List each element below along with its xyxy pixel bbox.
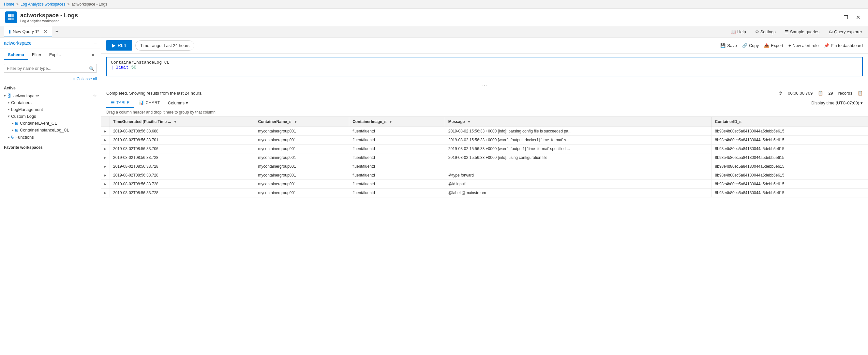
expand-col-header [101, 117, 110, 127]
filter-input[interactable] [4, 64, 97, 73]
row-expand-button[interactable]: ▸ [101, 180, 110, 188]
query-explorer-label: Query explorer [834, 29, 862, 34]
col-container-id[interactable]: ContainerID_s [712, 117, 868, 127]
table-row[interactable]: ▸ 2019-08-02T08:56:33.728 mycontainergro… [101, 180, 868, 188]
row-expand-button[interactable]: ▸ [101, 127, 110, 136]
tab-chart[interactable]: 📊 CHART [134, 98, 165, 108]
status-text: Completed. Showing results from the last… [106, 91, 203, 96]
close-window-button[interactable]: ✕ [853, 13, 863, 22]
chevron-right-icon: ▸ [8, 135, 10, 139]
col-time-generated[interactable]: TimeGenerated [Pacific Time ... ▼ [110, 117, 255, 127]
workspace-label: aciworkspace [13, 93, 39, 98]
time-range-button[interactable]: Time range: Last 24 hours [135, 40, 194, 51]
tree-item-containers[interactable]: ▸ Containers [0, 99, 101, 106]
query-editor[interactable]: ContainerInstanceLog_CL | limit 50 [106, 57, 863, 76]
filter-icon[interactable]: ▼ [467, 120, 471, 124]
columns-button[interactable]: Columns ▾ [165, 98, 191, 107]
ellipsis-row: … [101, 80, 868, 88]
row-expand-button[interactable]: ▸ [101, 188, 110, 198]
cell-container-id: 8b98e4b80ec5a84130044a5debb5e615 [712, 188, 868, 198]
table-row[interactable]: ▸ 2019-08-02T08:56:33.728 mycontainergro… [101, 171, 868, 180]
col-container-name[interactable]: ContainerName_s ▼ [255, 117, 349, 127]
cell-time-generated: 2019-08-02T08:56:33.688 [110, 127, 255, 136]
results-table: TimeGenerated [Pacific Time ... ▼ Contai… [101, 117, 868, 198]
tree-item-functions[interactable]: ▸ fx Functions [0, 134, 101, 141]
restore-window-button[interactable]: ❐ [841, 13, 851, 22]
table-icon: ☰ [111, 100, 115, 105]
copy-records-icon[interactable]: 📋 [858, 91, 863, 96]
table-row[interactable]: ▸ 2019-08-02T08:56:33.728 mycontainergro… [101, 153, 868, 162]
star-icon[interactable]: ☆ [93, 93, 97, 98]
pin-label: Pin to dashboard [831, 43, 863, 48]
pin-to-dashboard-button[interactable]: 📌 Pin to dashboard [824, 43, 863, 48]
table-row[interactable]: ▸ 2019-08-02T08:56:33.701 mycontainergro… [101, 136, 868, 145]
run-button[interactable]: ▶ Run [106, 40, 132, 51]
row-expand-button[interactable]: ▸ [101, 162, 110, 171]
new-alert-rule-button[interactable]: + New alert rule [788, 43, 819, 48]
tab-new-query-1[interactable]: ▮ New Query 1* ✕ [4, 26, 52, 37]
chart-icon: 📊 [138, 100, 144, 105]
custom-logs-label: Custom Logs [11, 114, 36, 119]
settings-icon: ⚙ [755, 29, 759, 34]
cell-container-name: mycontainergroup001 [255, 127, 349, 136]
add-tab-button[interactable]: + [52, 26, 62, 37]
cell-container-name: mycontainergroup001 [255, 162, 349, 171]
row-expand-button[interactable]: ▸ [101, 171, 110, 180]
tab-close-icon[interactable]: ✕ [44, 29, 47, 34]
copy-button[interactable]: 🔗 Copy [742, 43, 759, 48]
cell-container-id: 8b98e4b80ec5a84130044a5debb5e615 [712, 136, 868, 145]
records-label: records [838, 91, 852, 96]
breadcrumb-workspaces[interactable]: Log Analytics workspaces [21, 2, 65, 6]
sample-queries-button[interactable]: ☰ Sample queries [783, 28, 822, 35]
query-limit-value: 50 [131, 65, 136, 70]
results-table-wrap[interactable]: TimeGenerated [Pacific Time ... ▼ Contai… [101, 117, 868, 350]
col-message[interactable]: Message ▼ [445, 117, 712, 127]
filter-icon[interactable]: ▼ [294, 120, 298, 124]
tab-explore[interactable]: Expl... [45, 50, 65, 60]
tree-item-container-instance-log[interactable]: ▸ ⊞ ContainerInstanceLog_CL [0, 127, 101, 134]
cell-message: @label @mainstream [445, 188, 712, 198]
filter-icon[interactable]: ▼ [174, 120, 177, 124]
breadcrumb-home[interactable]: Home [4, 2, 14, 6]
query-explorer-icon: 🗂 [829, 29, 833, 34]
copy-label: Copy [749, 43, 759, 48]
tree-item-aciworkspace[interactable]: ▾ 🗄 aciworkspace ☆ [0, 92, 101, 99]
row-expand-button[interactable]: ▸ [101, 136, 110, 145]
tab-filter[interactable]: Filter [28, 50, 45, 60]
drag-hint: Drag a column header and drop it here to… [101, 108, 868, 117]
cell-message: 2019-08-02 15:56:33 +0000 [info]: using … [445, 153, 712, 162]
query-explorer-button[interactable]: 🗂 Query explorer [827, 28, 864, 35]
breadcrumb: Home > Log Analytics workspaces > aciwor… [0, 0, 868, 9]
new-alert-icon: + [788, 43, 791, 48]
query-table-name: ContainerInstanceLog_CL [111, 60, 169, 65]
cell-container-id: 8b98e4b80ec5a84130044a5debb5e615 [712, 162, 868, 171]
display-time[interactable]: Display time (UTC-07:00) ▾ [811, 100, 863, 106]
tree-item-custom-logs[interactable]: ▾ Custom Logs [0, 113, 101, 120]
collapse-all-button[interactable]: ≡ Collapse all [0, 76, 101, 83]
settings-button[interactable]: ⚙ Settings [753, 28, 778, 35]
row-expand-button[interactable]: ▸ [101, 145, 110, 153]
save-button[interactable]: 💾 Save [720, 43, 737, 48]
cell-container-id: 8b98e4b80ec5a84130044a5debb5e615 [712, 180, 868, 188]
table-row[interactable]: ▸ 2019-08-02T08:56:33.728 mycontainergro… [101, 162, 868, 171]
cell-message: @id input1 [445, 180, 712, 188]
timer-value: 00:00:00.709 [788, 91, 812, 96]
logmanagement-label: LogManagement [11, 107, 43, 112]
tree-item-container-event[interactable]: ▸ ⊞ ContainerEvent_CL [0, 120, 101, 127]
col-container-image[interactable]: ContainerImage_s ▼ [349, 117, 445, 127]
tab-schema[interactable]: Schema [4, 50, 28, 60]
filter-icon[interactable]: ▼ [389, 120, 393, 124]
table-row[interactable]: ▸ 2019-08-02T08:56:33.728 mycontainergro… [101, 188, 868, 198]
export-button[interactable]: 📤 Export [764, 43, 783, 48]
cell-time-generated: 2019-08-02T08:56:33.728 [110, 153, 255, 162]
row-expand-button[interactable]: ▸ [101, 153, 110, 162]
table-row[interactable]: ▸ 2019-08-02T08:56:33.706 mycontainergro… [101, 145, 868, 153]
collapse-sidebar-button[interactable]: » [89, 50, 97, 60]
sidebar-settings-button[interactable]: ≡ [94, 40, 97, 46]
tree-item-logmanagement[interactable]: ▸ LogManagement [0, 106, 101, 113]
workspace-name[interactable]: aciworkspace [4, 40, 32, 46]
chevron-down-icon: ▾ [186, 100, 188, 106]
tab-table[interactable]: ☰ TABLE [106, 98, 134, 108]
table-row[interactable]: ▸ 2019-08-02T08:56:33.688 mycontainergro… [101, 127, 868, 136]
help-button[interactable]: 📖 Help [729, 28, 748, 35]
